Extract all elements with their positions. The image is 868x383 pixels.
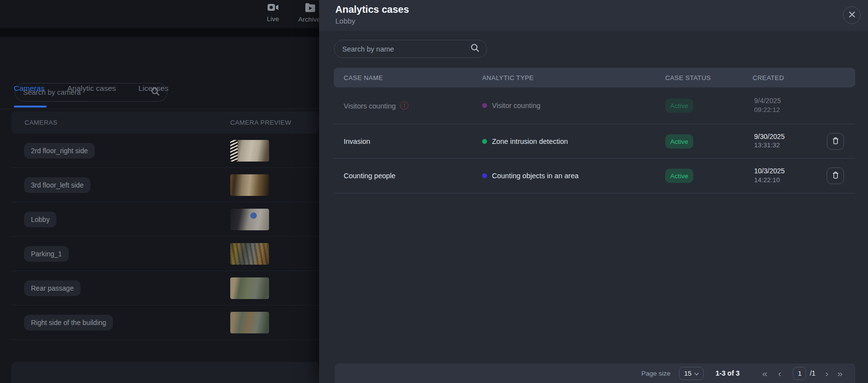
- created-cell: 10/3/2025 14:22:10: [754, 166, 785, 185]
- camera-name-chip[interactable]: Parking_1: [24, 246, 69, 262]
- archive-folder-icon: [305, 3, 316, 14]
- camera-row[interactable]: 2rd floor_right side: [11, 134, 319, 168]
- case-row[interactable]: Invasion Zone intrusion detection Active…: [334, 124, 855, 159]
- camera-row[interactable]: Right side of the building: [11, 305, 319, 340]
- pagination-range: 1-3 of 3: [715, 369, 739, 377]
- column-camera-preview: CAMERA PREVIEW: [230, 119, 291, 126]
- app-window: Live Archive/ Cameras Analytic cases Lic…: [0, 0, 868, 383]
- search-icon: [151, 87, 160, 98]
- trash-icon: [832, 171, 840, 181]
- first-page-icon[interactable]: «: [762, 369, 768, 378]
- last-page-icon[interactable]: »: [837, 369, 842, 378]
- camera-preview-thumbnail[interactable]: [230, 312, 269, 333]
- close-button[interactable]: [843, 6, 861, 24]
- case-row[interactable]: Counting people Counting objects in an a…: [334, 159, 855, 193]
- analytic-type: Zone intrusion detection: [482, 137, 568, 145]
- column-cameras: CAMERAS: [25, 119, 57, 126]
- status-badge: Active: [665, 169, 693, 183]
- analytic-type-dot: [482, 103, 487, 108]
- camera-preview-thumbnail[interactable]: [230, 174, 269, 196]
- modal-subtitle: Lobby: [335, 17, 355, 25]
- page-size-label: Page size: [641, 370, 670, 377]
- camera-row[interactable]: 3rd floor_left side: [11, 168, 319, 202]
- camera-row[interactable]: Parking_1: [11, 237, 319, 271]
- pagination-bar: Page size 15 1-3 of 3 « ‹ 1 /1 › »: [335, 363, 855, 383]
- camera-preview-thumbnail[interactable]: [230, 243, 269, 265]
- camera-name-chip[interactable]: 2rd floor_right side: [24, 143, 95, 159]
- tabs-divider: [0, 109, 319, 109]
- camera-row[interactable]: Rear passage: [11, 271, 319, 305]
- current-page-input[interactable]: 1: [793, 367, 806, 380]
- cameras-panel: Cameras Analytic cases Licenses CAMERAS …: [0, 37, 319, 383]
- camera-preview-thumbnail[interactable]: [230, 277, 269, 299]
- trash-icon: [832, 137, 840, 146]
- cases-table-header: CASE NAME ANALYTIC TYPE CASE STATUS CREA…: [334, 68, 855, 87]
- analytic-type-dot: [482, 139, 487, 144]
- camera-preview-thumbnail[interactable]: [230, 209, 269, 230]
- column-analytic-type: ANALYTIC TYPE: [482, 74, 534, 82]
- camera-name-chip[interactable]: Right side of the building: [24, 315, 113, 330]
- camera-search-input[interactable]: [22, 88, 151, 97]
- case-name: Invasion: [344, 137, 370, 145]
- cameras-panel-footer: [11, 362, 319, 383]
- total-pages: /1: [810, 369, 815, 377]
- warning-icon: !: [400, 102, 408, 110]
- camera-name-chip[interactable]: 3rd floor_left side: [24, 177, 90, 193]
- column-case-status: CASE STATUS: [665, 74, 711, 82]
- modal-title: Analytics cases: [335, 4, 409, 15]
- analytic-type: Counting objects in an area: [482, 172, 579, 180]
- camera-name-chip[interactable]: Lobby: [24, 212, 56, 227]
- column-created: CREATED: [753, 74, 784, 82]
- case-search-box: [334, 40, 487, 58]
- cameras-table-header: CAMERAS CAMERA PREVIEW: [11, 111, 319, 134]
- case-name: Visitors counting !: [344, 102, 408, 110]
- previous-page-icon[interactable]: ‹: [778, 369, 781, 378]
- status-badge: Active: [665, 134, 693, 148]
- analytic-type: Visitor counting: [482, 102, 541, 109]
- nav-item-live[interactable]: Live: [256, 3, 290, 23]
- page-size-select[interactable]: 15: [679, 367, 704, 380]
- analytic-type-dot: [482, 173, 487, 178]
- camera-preview-thumbnail[interactable]: [230, 140, 269, 162]
- nav-label-live: Live: [267, 15, 279, 23]
- created-cell: 9/30/2025 13:31:32: [754, 132, 785, 150]
- camera-name-chip[interactable]: Rear passage: [24, 280, 81, 296]
- camera-row[interactable]: Lobby: [11, 202, 319, 237]
- analytics-cases-modal: Analytics cases Lobby CASE NAME ANALYTIC…: [319, 0, 868, 383]
- created-cell: 9/4/2025 09:22:12: [754, 96, 781, 114]
- column-case-name: CASE NAME: [344, 74, 383, 82]
- camera-search-box: [15, 83, 167, 102]
- search-icon: [470, 43, 480, 55]
- next-page-icon[interactable]: ›: [825, 369, 828, 378]
- close-icon: [848, 11, 856, 20]
- delete-case-button[interactable]: [827, 133, 844, 150]
- video-camera-icon: [267, 3, 279, 14]
- delete-case-button[interactable]: [827, 167, 844, 184]
- case-row[interactable]: Visitors counting ! Visitor counting Act…: [334, 87, 855, 124]
- chevron-down-icon: [694, 370, 699, 377]
- active-tab-indicator: [14, 106, 47, 108]
- case-name: Counting people: [344, 172, 396, 180]
- status-badge: Active: [665, 99, 693, 113]
- case-search-input[interactable]: [341, 45, 470, 54]
- modal-header: Analytics cases Lobby: [319, 0, 868, 31]
